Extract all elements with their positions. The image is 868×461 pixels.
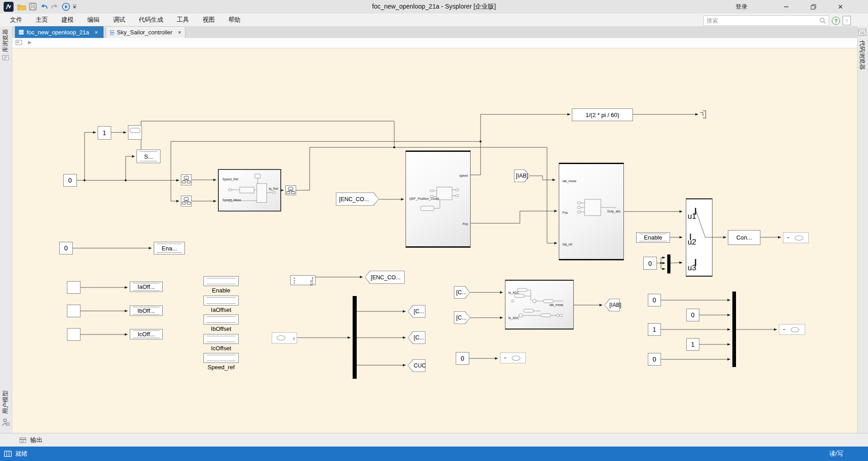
constant-block[interactable]: 0 <box>456 352 469 365</box>
goto-tag-enc[interactable]: [ENC_CO... <box>365 271 405 284</box>
search-input[interactable] <box>704 18 819 24</box>
y-outputs-block[interactable]: y y1 y2 <box>290 275 316 285</box>
layout-icon <box>4 451 12 457</box>
constant-block[interactable]: 0 <box>63 174 77 187</box>
model-tab-icon <box>110 30 114 35</box>
goto-tag-cuc[interactable]: CUC <box>408 359 425 372</box>
ib-offset-block[interactable]: IbOff... <box>130 306 163 316</box>
block-name-label[interactable]: IcOffset <box>211 345 231 352</box>
minimize-button[interactable] <box>776 0 797 14</box>
statusbar: 就绪 读/写 <box>0 447 868 461</box>
from-tag-c1[interactable]: [C... <box>454 286 470 299</box>
adc-source-block[interactable]: y <box>272 332 297 343</box>
menu-view[interactable]: 视图 <box>203 16 215 24</box>
constant-block[interactable]: 0 <box>643 257 657 270</box>
current-scaling-subsystem[interactable]: Ia_ADC Ib_ADC Iab_meas <box>505 280 574 329</box>
gain-one-block[interactable]: 1 <box>98 126 111 140</box>
menu-home[interactable]: 主页 <box>36 16 48 24</box>
port-signal-block[interactable] <box>203 276 239 286</box>
model-tab-icon <box>19 29 24 35</box>
dash-icon <box>504 358 506 358</box>
mux-block[interactable] <box>667 254 670 273</box>
port-signal-block[interactable] <box>203 315 239 325</box>
sidebar-user-model[interactable]: 用户模型 <box>2 390 9 414</box>
multiport-switch-block[interactable]: u1 u2 u3 <box>686 198 712 277</box>
display-screen-icon <box>130 128 140 133</box>
data-type-conversion-block[interactable] <box>181 196 192 207</box>
sidebar-library-browser[interactable]: 库浏览器 <box>2 28 9 53</box>
restore-button[interactable] <box>803 0 824 14</box>
menu-file[interactable]: 文件 <box>10 16 22 24</box>
close-button[interactable]: × <box>830 0 851 14</box>
tab-sky-sailor-controller[interactable]: Sky_Sailor_controller× <box>106 26 185 38</box>
from-tag-iab[interactable]: [IAB] <box>514 169 530 182</box>
display-block[interactable] <box>128 125 142 140</box>
goto-tag-iab[interactable]: [IAB] <box>604 299 620 311</box>
menu-tools[interactable]: 工具 <box>177 16 189 24</box>
ic-offset-block[interactable]: IcOff... <box>130 329 163 339</box>
menu-codegen[interactable]: 代码生成 <box>139 16 163 24</box>
dac-output-block[interactable] <box>783 232 809 243</box>
dac-output-block[interactable] <box>500 353 526 363</box>
converter-block[interactable]: Con... <box>728 230 760 245</box>
block-name-label[interactable]: IaOffset <box>211 306 231 313</box>
port-signal-block[interactable] <box>203 296 239 306</box>
empty-constant-block[interactable] <box>67 281 80 294</box>
oval-icon <box>795 235 803 240</box>
speed-controller-subsystem[interactable]: Speed_Ref Speed_Meas Iq_Ref <box>218 169 281 212</box>
search-icon[interactable] <box>819 17 826 24</box>
oval-icon <box>791 327 799 332</box>
empty-constant-block[interactable] <box>67 328 80 341</box>
constant-block[interactable]: 0 <box>686 309 699 321</box>
menu-help[interactable]: 帮助 <box>228 16 241 24</box>
tab-foc-new-openloop[interactable]: foc_new_openloop_21a× <box>15 26 104 38</box>
constant-block[interactable]: 0 <box>648 294 661 306</box>
minimize-icon <box>783 4 789 9</box>
dac-output-block[interactable] <box>779 324 805 335</box>
login-button[interactable]: 登录 <box>731 0 751 14</box>
menu-modeling[interactable]: 建模 <box>61 16 74 24</box>
enable-port-block[interactable]: Enable <box>636 232 670 243</box>
port-signal-block[interactable] <box>203 353 239 363</box>
mux-block[interactable] <box>732 292 736 367</box>
library-icon[interactable] <box>2 54 10 61</box>
block-name-label[interactable]: Speed_ref <box>208 364 235 371</box>
code-101-icon[interactable]: 101 <box>859 29 866 36</box>
constant-block[interactable]: 0 <box>648 353 661 366</box>
foc-control-subsystem[interactable]: Iab_meas Pos Idq_ref Duty_abc <box>559 163 624 260</box>
user-icon[interactable] <box>2 418 10 427</box>
output-bar[interactable]: 输出 <box>0 433 868 447</box>
goto-tag-c2[interactable]: [C... <box>408 331 425 344</box>
terminator-block[interactable] <box>700 111 706 118</box>
oval-icon <box>277 335 285 340</box>
read-write-label: 读/写 <box>829 450 843 458</box>
speed-signal-block[interactable]: S... <box>137 150 160 163</box>
help-icon[interactable]: ? <box>832 17 840 25</box>
qep-decoder-subsystem[interactable]: QEP_Position_Count speed Pos <box>406 151 471 248</box>
menu-edit[interactable]: 编辑 <box>87 16 99 24</box>
from-tag-c2[interactable]: [C... <box>454 311 470 324</box>
block-name-label[interactable]: Enable <box>212 287 230 294</box>
dash-icon <box>787 237 789 238</box>
block-name-label[interactable]: IbOffset <box>211 325 231 332</box>
enable-signal-block[interactable]: Ena... <box>154 242 185 254</box>
constant-block[interactable]: 1 <box>648 323 661 336</box>
constant-block[interactable]: 0 <box>59 242 73 254</box>
menu-debug[interactable]: 调试 <box>113 16 125 24</box>
ia-offset-block[interactable]: IaOff... <box>130 282 163 292</box>
demux-block[interactable] <box>353 296 357 379</box>
feedback-up-icon[interactable]: ↑ <box>843 16 851 25</box>
goto-tag-c1[interactable]: [C... <box>408 305 425 318</box>
tab-close-icon[interactable]: × <box>178 29 181 36</box>
from-tag-enc[interactable]: [ENC_CO... <box>336 193 379 206</box>
port-signal-block[interactable] <box>203 334 239 344</box>
sidebar-code-browser[interactable]: 代码浏览器 <box>859 40 865 70</box>
tab-close-icon[interactable]: × <box>94 29 98 36</box>
constant-block[interactable]: 1 <box>686 338 699 351</box>
empty-constant-block[interactable] <box>67 305 80 317</box>
data-type-conversion-block[interactable] <box>285 185 296 195</box>
breadcrumb-arrow-icon: ▶ <box>28 40 32 45</box>
model-nav-icon[interactable] <box>15 40 23 46</box>
data-type-conversion-block[interactable] <box>181 174 192 185</box>
rpm-gain-block[interactable]: 1/(2 * pi / 60) <box>572 108 633 121</box>
